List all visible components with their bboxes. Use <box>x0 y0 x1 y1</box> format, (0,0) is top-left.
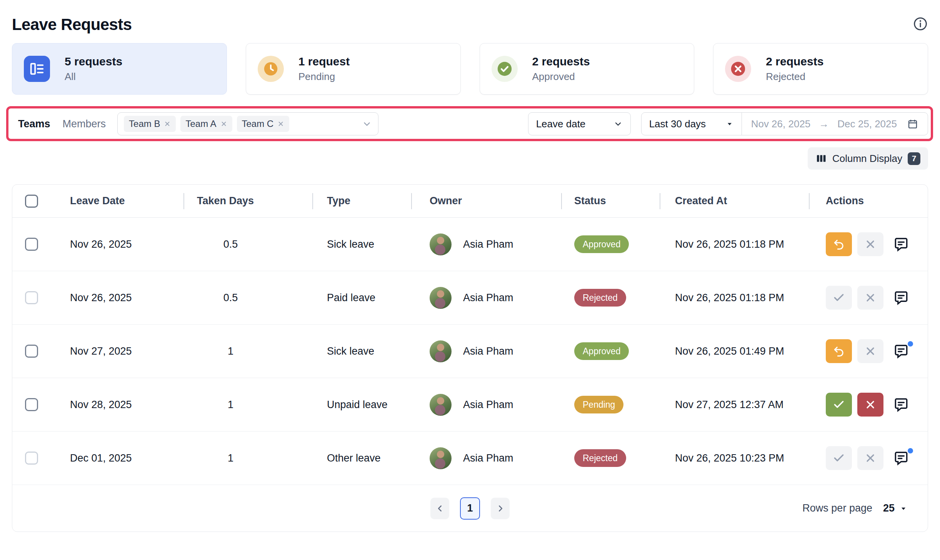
comment-button[interactable] <box>889 232 913 256</box>
table-columns-icon <box>815 153 827 164</box>
owner-name: Asia Pham <box>463 292 513 304</box>
owner-cell: Asia Pham <box>411 447 561 469</box>
row-checkbox[interactable] <box>25 238 38 251</box>
card-label: Pending <box>298 71 350 83</box>
rows-per-page-select[interactable]: 25 <box>883 502 908 514</box>
card-count: 1 request <box>298 55 350 68</box>
undo-approval-button[interactable] <box>826 339 852 363</box>
reject-button[interactable] <box>857 232 883 256</box>
comment-button[interactable] <box>889 286 913 310</box>
row-checkbox[interactable] <box>25 452 38 465</box>
row-checkbox[interactable] <box>25 398 38 411</box>
date-preset-label: Last 30 days <box>649 118 706 130</box>
approved-icon <box>492 56 518 82</box>
summary-card-all[interactable]: 5 requests All <box>12 43 227 95</box>
actions-cell <box>809 232 928 256</box>
prev-page-button[interactable] <box>430 498 449 519</box>
teams-multiselect[interactable]: Team B Team A Team C <box>117 112 378 135</box>
undo-approval-button[interactable] <box>826 232 852 256</box>
summary-cards: 5 requests All 1 request Pending <box>12 43 928 95</box>
select-all-checkbox[interactable] <box>25 195 38 208</box>
actions-cell <box>809 286 928 310</box>
col-header-actions: Actions <box>809 185 928 217</box>
table-row: Nov 26, 2025 0.5 Sick leave Asia Pham Ap… <box>12 218 928 271</box>
page-title: Leave Requests <box>12 15 132 34</box>
avatar <box>430 287 452 309</box>
column-display-button[interactable]: Column Display 7 <box>808 147 928 170</box>
info-icon[interactable] <box>913 16 928 33</box>
rows-per-page-value: 25 <box>883 502 895 514</box>
summary-card-rejected[interactable]: 2 requests Rejected <box>713 43 928 95</box>
avatar <box>430 447 452 469</box>
row-checkbox[interactable] <box>25 291 38 304</box>
leave-type-value: Sick leave <box>312 345 411 357</box>
taken-days-cell: 0.5 <box>183 292 312 304</box>
reject-button[interactable] <box>857 286 883 310</box>
summary-card-pending[interactable]: 1 request Pending <box>246 43 461 95</box>
leave-requests-page: Leave Requests 5 requests All <box>0 0 940 560</box>
team-tag[interactable]: Team B <box>124 116 176 132</box>
pagination-bar: 1 Rows per page 25 <box>12 485 928 532</box>
actions-cell <box>809 446 928 470</box>
created-at-value: Nov 26, 2025 01:18 PM <box>660 292 809 304</box>
card-label: Rejected <box>766 71 823 83</box>
comment-button[interactable] <box>889 339 913 363</box>
taken-days-cell: 1 <box>183 345 312 357</box>
date-range-display[interactable]: Nov 26, 2025 → Dec 25, 2025 <box>742 113 928 135</box>
reject-button[interactable] <box>857 446 883 470</box>
chevron-down-icon <box>613 119 623 128</box>
team-tag[interactable]: Team A <box>180 116 232 132</box>
leave-date-value: Nov 28, 2025 <box>55 399 183 411</box>
card-count: 2 requests <box>532 55 590 68</box>
col-header-created-at: Created At <box>660 185 809 217</box>
leave-type-value: Paid leave <box>312 292 411 304</box>
leave-date-value: Nov 26, 2025 <box>55 292 183 304</box>
taken-days-cell: 0.5 <box>183 238 312 250</box>
remove-tag-icon[interactable] <box>277 120 284 127</box>
actions-cell <box>809 339 928 363</box>
summary-card-approved[interactable]: 2 requests Approved <box>480 43 695 95</box>
comment-button[interactable] <box>889 446 913 470</box>
comment-button[interactable] <box>889 393 913 417</box>
col-header-taken-days: Taken Days <box>183 185 312 217</box>
taken-days-cell: 1 <box>183 452 312 464</box>
table-row: Nov 26, 2025 0.5 Paid leave Asia Pham Re… <box>12 271 928 325</box>
status-badge: Pending <box>574 396 623 413</box>
table-row: Nov 27, 2025 1 Sick leave Asia Pham Appr… <box>12 325 928 378</box>
pending-icon <box>258 56 284 82</box>
chevron-down-icon[interactable] <box>362 119 372 129</box>
status-badge: Rejected <box>574 449 626 467</box>
status-cell: Pending <box>561 396 660 413</box>
next-page-button[interactable] <box>491 498 510 519</box>
taken-days-value: 0.5 <box>197 238 264 250</box>
status-badge: Approved <box>574 342 629 360</box>
page-number-button[interactable]: 1 <box>460 497 480 520</box>
team-tag-label: Team C <box>242 118 274 129</box>
status-cell: Rejected <box>561 289 660 307</box>
approve-button[interactable] <box>826 286 852 310</box>
select-all-cell <box>12 195 55 208</box>
tab-members[interactable]: Members <box>63 118 106 130</box>
tab-teams[interactable]: Teams <box>18 118 50 130</box>
date-field-select[interactable]: Leave date <box>528 112 631 135</box>
actions-cell <box>809 393 928 417</box>
remove-tag-icon[interactable] <box>220 120 227 127</box>
approve-button[interactable] <box>826 393 852 417</box>
calendar-icon[interactable] <box>907 118 918 130</box>
row-checkbox[interactable] <box>25 345 38 358</box>
filter-mode-tabs: Teams Members <box>12 118 106 130</box>
date-filters: Leave date Last 30 days Nov 26, 2025 → D… <box>528 112 928 135</box>
owner-name: Asia Pham <box>463 399 513 411</box>
filter-bar: Teams Members Team B Team A Team <box>12 112 928 135</box>
created-at-value: Nov 26, 2025 01:18 PM <box>660 238 809 250</box>
remove-tag-icon[interactable] <box>164 120 171 127</box>
team-tag[interactable]: Team C <box>237 116 290 132</box>
reject-button[interactable] <box>857 393 883 417</box>
approve-button[interactable] <box>826 446 852 470</box>
reject-button[interactable] <box>857 339 883 363</box>
leave-date-value: Nov 27, 2025 <box>55 345 183 357</box>
chevron-left-icon <box>435 503 445 513</box>
owner-name: Asia Pham <box>463 452 513 464</box>
date-preset-select[interactable]: Last 30 days <box>642 113 742 135</box>
leave-date-value: Dec 01, 2025 <box>55 452 183 464</box>
